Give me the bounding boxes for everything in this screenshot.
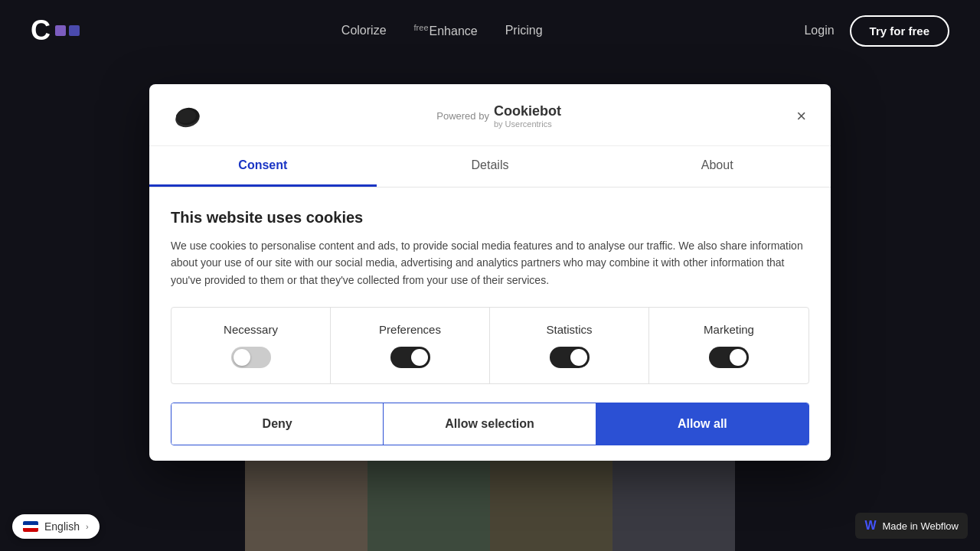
- tab-about[interactable]: About: [603, 146, 831, 187]
- cookiebot-sub: by Usercentrics: [494, 119, 561, 129]
- modal-tabs: Consent Details About: [149, 146, 831, 187]
- tab-details[interactable]: Details: [377, 146, 604, 187]
- toggle-statistics[interactable]: [550, 347, 590, 368]
- toggle-preferences[interactable]: [390, 347, 430, 368]
- logo-square-blue: [69, 25, 80, 36]
- photo-1: [245, 459, 368, 551]
- toggle-knob-preferences: [411, 349, 428, 366]
- cookies-description: We use cookies to personalise content an…: [171, 237, 809, 289]
- toggle-marketing[interactable]: [709, 347, 749, 368]
- toggle-knob-marketing: [730, 349, 746, 366]
- webflow-badge[interactable]: W Made in Webflow: [855, 513, 968, 539]
- navbar: C Colorize freeEnhance Pricing Login Try…: [0, 0, 980, 61]
- powered-by-text: Powered by: [436, 110, 489, 122]
- toggle-label-necessary: Necessary: [224, 323, 278, 336]
- logo-squares: [55, 25, 80, 36]
- tab-consent[interactable]: Consent: [149, 146, 377, 187]
- flag-icon: [23, 521, 38, 532]
- cookiebot-name: Cookiebot: [494, 104, 561, 119]
- language-label: English: [44, 520, 80, 533]
- deny-button[interactable]: Deny: [172, 403, 384, 445]
- cookiebot-logo: [171, 99, 204, 133]
- cookie-modal: Powered by Cookiebot by Usercentrics × C…: [149, 84, 831, 461]
- logo-square-purple: [55, 25, 66, 36]
- nav-enhance[interactable]: freeEnhance: [414, 23, 478, 38]
- powered-by-section: Powered by Cookiebot by Usercentrics: [436, 104, 561, 129]
- toggle-necessary[interactable]: [231, 347, 271, 368]
- photo-2: [368, 459, 490, 551]
- toggle-label-statistics: Statistics: [546, 323, 592, 336]
- toggle-cell-statistics: Statistics: [490, 308, 649, 383]
- modal-body: This website uses cookies We use cookies…: [149, 187, 831, 461]
- nav-colorize[interactable]: Colorize: [341, 24, 387, 37]
- enhance-free-prefix: free: [414, 23, 429, 32]
- action-buttons: Deny Allow selection Allow all: [171, 403, 809, 445]
- login-link[interactable]: Login: [804, 24, 834, 37]
- main-area: Powered by Cookiebot by Usercentrics × C…: [0, 61, 980, 551]
- toggle-label-marketing: Marketing: [704, 323, 754, 336]
- webflow-icon: W: [864, 519, 876, 533]
- toggle-cell-preferences: Preferences: [331, 308, 490, 383]
- cookiebot-brand: Cookiebot by Usercentrics: [494, 104, 561, 129]
- nav-pricing[interactable]: Pricing: [505, 24, 543, 37]
- modal-close-button[interactable]: ×: [793, 105, 809, 128]
- chevron-right-icon: ›: [86, 522, 89, 531]
- allow-all-button[interactable]: Allow all: [596, 403, 808, 445]
- photos-strip: [245, 459, 735, 551]
- toggle-label-preferences: Preferences: [379, 323, 441, 336]
- cookiebot-icon: [171, 99, 204, 133]
- toggle-cell-necessary: Necessary: [172, 308, 331, 383]
- webflow-label: Made in Webflow: [883, 520, 959, 532]
- toggle-knob-statistics: [570, 349, 587, 366]
- logo[interactable]: C: [31, 17, 80, 44]
- modal-header: Powered by Cookiebot by Usercentrics ×: [149, 84, 831, 146]
- toggle-grid: Necessary Preferences Statistics: [171, 307, 809, 384]
- language-selector[interactable]: English ›: [12, 514, 100, 539]
- allow-selection-button[interactable]: Allow selection: [384, 403, 596, 445]
- logo-letter: C: [31, 17, 51, 44]
- photo-4: [612, 459, 735, 551]
- try-free-button[interactable]: Try for free: [850, 15, 949, 47]
- nav-actions: Login Try for free: [804, 15, 949, 47]
- nav-links: Colorize freeEnhance Pricing: [341, 23, 543, 38]
- cookies-title: This website uses cookies: [171, 209, 809, 227]
- toggle-cell-marketing: Marketing: [649, 308, 808, 383]
- toggle-knob-necessary: [234, 349, 250, 366]
- photo-3: [490, 459, 612, 551]
